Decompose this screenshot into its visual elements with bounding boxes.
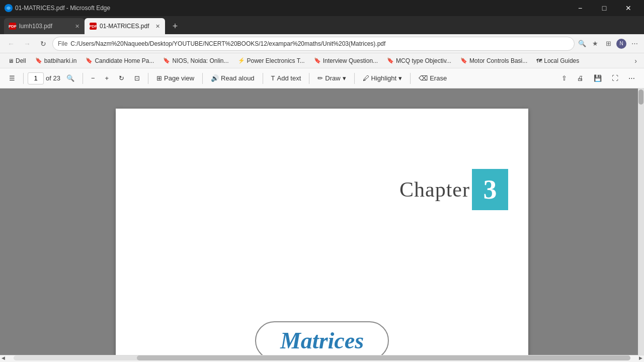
bottom-scrollbar[interactable]: ◀ ▶ bbox=[0, 355, 644, 360]
zoom-out-icon: − bbox=[91, 74, 95, 82]
add-text-label: Add text bbox=[277, 74, 301, 82]
highlight-button[interactable]: 🖊 Highlight ▾ bbox=[359, 71, 407, 85]
bookmark-icon-batbiharki: 🔖 bbox=[35, 57, 42, 64]
divider-7 bbox=[354, 73, 355, 84]
add-text-button[interactable]: T Add text bbox=[267, 71, 305, 85]
new-tab-button[interactable]: + bbox=[167, 18, 183, 34]
print-button[interactable]: 🖨 bbox=[573, 71, 588, 85]
erase-button[interactable]: ⌫ Erase bbox=[415, 71, 451, 85]
address-bar-row: ← → ↻ File 🔍 ★ ⊞ N ⋯ bbox=[0, 34, 644, 53]
maximize-button[interactable]: □ bbox=[593, 0, 616, 16]
zoom-out-button[interactable]: − bbox=[87, 71, 99, 85]
bookmark-label-guides: Local Guides bbox=[544, 57, 579, 64]
scroll-right-arrow[interactable]: ▶ bbox=[637, 355, 644, 360]
settings-icon[interactable]: ⋯ bbox=[629, 38, 640, 49]
bookmark-icon-candidate: 🔖 bbox=[86, 57, 93, 64]
bookmark-icon-guides: 🗺 bbox=[536, 58, 542, 64]
bookmark-label-candidate: Candidate Home Pa... bbox=[95, 57, 154, 64]
bottom-scroll-thumb[interactable] bbox=[137, 355, 630, 360]
fit-icon: ⊡ bbox=[134, 74, 140, 82]
tab-lumh103[interactable]: PDF lumh103.pdf ✕ bbox=[4, 18, 85, 34]
bookmark-nios[interactable]: 🔖 NIOS, Noida: Onlin... bbox=[159, 56, 232, 65]
chapter-area: Chapter 3 bbox=[399, 169, 508, 210]
bookmark-icon-dell: 🖥 bbox=[8, 58, 14, 64]
add-text-icon: T bbox=[271, 74, 275, 82]
scroll-left-arrow[interactable]: ◀ bbox=[0, 355, 7, 360]
page-view-icon: ⊞ bbox=[156, 74, 162, 82]
address-box[interactable]: File bbox=[52, 37, 575, 51]
search-sidebar-icon[interactable]: 🔍 bbox=[577, 38, 588, 49]
rotate-icon: ↻ bbox=[119, 74, 124, 82]
page-view-button[interactable]: ⊞ Page view bbox=[152, 71, 198, 85]
draw-icon: ✏ bbox=[317, 74, 323, 82]
bookmark-dell[interactable]: 🖥 Dell bbox=[4, 56, 30, 65]
divider-6 bbox=[309, 73, 309, 84]
favorites-icon[interactable]: ★ bbox=[590, 38, 601, 49]
save-button[interactable]: 💾 bbox=[590, 71, 606, 85]
tab-close-2[interactable]: ✕ bbox=[155, 23, 160, 30]
bookmark-label-pe: Power Electronics T... bbox=[247, 57, 305, 64]
draw-label: Draw bbox=[325, 74, 340, 82]
search-button[interactable]: 🔍 bbox=[62, 71, 78, 85]
bookmark-local-guides[interactable]: 🗺 Local Guides bbox=[532, 56, 583, 65]
bookmark-icon-interview: 🔖 bbox=[314, 57, 321, 64]
bookmark-interview[interactable]: 🔖 Interview Question... bbox=[310, 56, 382, 65]
share-button[interactable]: ⇧ bbox=[557, 71, 571, 85]
divider-4 bbox=[202, 73, 203, 84]
bookmark-label-dell: Dell bbox=[16, 57, 26, 64]
chapter-number: 3 bbox=[484, 174, 497, 205]
bookmark-label-nios: NIOS, Noida: Onlin... bbox=[172, 57, 228, 64]
tab-close-1[interactable]: ✕ bbox=[75, 23, 79, 30]
bottom-scroll-track bbox=[14, 355, 630, 360]
matrices-title: Matrices bbox=[280, 328, 364, 353]
rotate-button[interactable]: ↻ bbox=[115, 71, 128, 85]
tab-bar: PDF lumh103.pdf ✕ PDF 01-MATRICES.pdf ✕ … bbox=[0, 16, 644, 34]
draw-chevron: ▾ bbox=[343, 74, 346, 82]
forward-button[interactable]: → bbox=[20, 37, 34, 51]
divider-3 bbox=[148, 73, 148, 84]
bookmark-power-electronics[interactable]: ⚡ Power Electronics T... bbox=[234, 56, 309, 65]
back-button[interactable]: ← bbox=[4, 37, 18, 51]
more-tools-button[interactable]: ⋯ bbox=[624, 71, 639, 85]
bookmark-motor-controls[interactable]: 🔖 Motor Controls Basi... bbox=[456, 56, 531, 65]
zoom-in-icon: + bbox=[105, 74, 109, 82]
pdf-main-area: Chapter 3 Matrices ◀ ▶ bbox=[0, 88, 644, 355]
bookmarks-more-button[interactable]: › bbox=[631, 56, 640, 66]
pdf-page: Chapter 3 Matrices bbox=[116, 109, 528, 355]
fullscreen-button[interactable]: ⛶ bbox=[608, 71, 622, 85]
page-navigation: of 23 bbox=[28, 72, 60, 84]
divider-1 bbox=[23, 73, 24, 84]
collections-icon[interactable]: ⊞ bbox=[603, 38, 614, 49]
minimize-button[interactable]: − bbox=[569, 0, 592, 16]
reload-button[interactable]: ↻ bbox=[36, 37, 50, 51]
read-aloud-icon: 🔊 bbox=[211, 74, 219, 82]
zoom-in-button[interactable]: + bbox=[101, 71, 113, 85]
read-aloud-label: Read aloud bbox=[221, 74, 255, 82]
address-input[interactable] bbox=[70, 40, 569, 47]
bookmark-icon-motor: 🔖 bbox=[460, 57, 467, 64]
draw-button[interactable]: ✏ Draw ▾ bbox=[313, 71, 350, 85]
bookmark-icon-mcq: 🔖 bbox=[387, 57, 394, 64]
highlight-icon: 🖊 bbox=[363, 74, 369, 82]
highlight-chevron: ▾ bbox=[398, 74, 402, 82]
chapter-label: Chapter bbox=[399, 177, 470, 202]
divider-5 bbox=[263, 73, 263, 84]
bookmark-icon-pe: ⚡ bbox=[238, 57, 245, 64]
tab-label-1: lumh103.pdf bbox=[19, 23, 72, 30]
profile-icon[interactable]: N bbox=[616, 38, 627, 49]
pdf-scrollbar-thumb[interactable] bbox=[638, 89, 643, 105]
browser-logo: 01-MATRICES.pdf - Microsoft Edge bbox=[4, 4, 110, 13]
fit-button[interactable]: ⊡ bbox=[130, 71, 144, 85]
read-aloud-button[interactable]: 🔊 Read aloud bbox=[207, 71, 259, 85]
close-button[interactable]: ✕ bbox=[617, 0, 640, 16]
toc-icon: ☰ bbox=[9, 74, 15, 82]
bookmark-batbiharki[interactable]: 🔖 batbiharki.in bbox=[31, 56, 81, 65]
page-number-input[interactable] bbox=[28, 72, 44, 84]
tab-matrices[interactable]: PDF 01-MATRICES.pdf ✕ bbox=[85, 18, 165, 34]
pdf-scrollbar[interactable] bbox=[638, 88, 644, 355]
toc-button[interactable]: ☰ bbox=[5, 71, 19, 85]
divider-2 bbox=[83, 73, 83, 84]
bookmark-mcq[interactable]: 🔖 MCQ type Objectiv... bbox=[383, 56, 455, 65]
bookmark-candidate[interactable]: 🔖 Candidate Home Pa... bbox=[82, 56, 158, 65]
title-bar: 01-MATRICES.pdf - Microsoft Edge − □ ✕ bbox=[0, 0, 644, 16]
